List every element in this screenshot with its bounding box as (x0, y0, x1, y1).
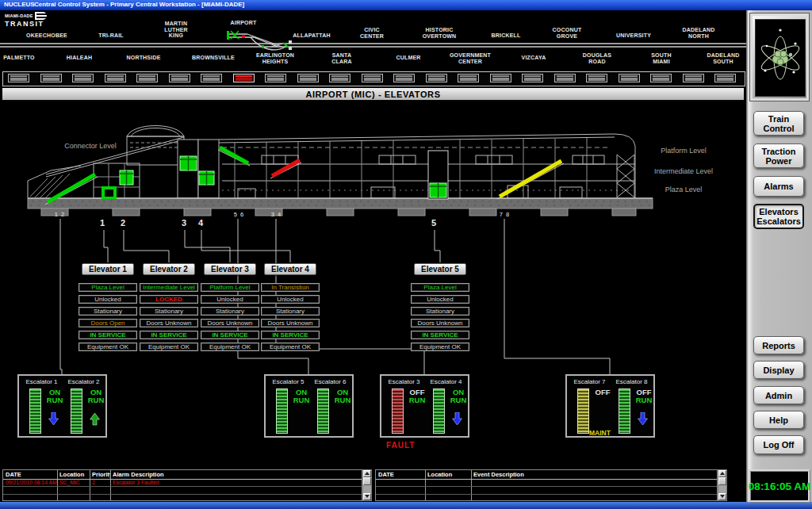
level-label-connector: Connector Level (64, 142, 117, 150)
elevator-status-elevator-4-in-transistion: In Transistion (261, 283, 320, 292)
escalator-direction-arrow-down (452, 412, 462, 426)
header-divider (376, 479, 717, 480)
station-select-button-3[interactable] (72, 74, 94, 82)
station-select-button-2[interactable] (40, 74, 62, 82)
elevator-status-elevator-5-unlocked: Unlocked (411, 295, 469, 304)
table-cell-date[interactable]: 09/21/2010 08:14 AM (3, 479, 57, 486)
elevator-status-elevator-2-intermediate-level: Intermediate Level (140, 283, 198, 292)
station-select-button-12[interactable] (362, 74, 383, 82)
station-label-tri-rail: TRI-RAIL (98, 33, 124, 39)
sidebar-button-log-off[interactable]: Log Off (753, 435, 804, 454)
window-title: Central Control System - Primary Central… (34, 1, 244, 8)
station-select-button-20[interactable] (619, 74, 640, 82)
station-select-button-10[interactable] (297, 74, 319, 82)
elevator-button-elevator-2[interactable]: Elevator 2 (143, 263, 195, 275)
station-label-brickell: BRICKELL (492, 33, 521, 39)
station-select-button-15[interactable] (458, 74, 479, 82)
sidebar-button-display[interactable]: Display (753, 361, 804, 379)
level-label-platform-level: Platform Level (661, 147, 707, 155)
sidebar-button-train-control[interactable]: Train Control (753, 111, 804, 136)
station-select-button-4[interactable] (105, 74, 126, 82)
scrollbar-down-button[interactable] (718, 493, 726, 500)
sidebar-button-admin[interactable]: Admin (753, 386, 804, 404)
window-titlebar: NUCLEUS Central Control System - Primary… (0, 0, 812, 10)
transit-logo-agency: MIAMI-DADE (5, 13, 33, 18)
escalator-status-escalator-2: ONRUN (85, 388, 107, 404)
column-header-location: Location (425, 470, 471, 479)
elevator-status-elevator-2-doors-unknown: Doors Unknown (140, 319, 198, 327)
escalator-status-line: RUN (44, 396, 66, 404)
station-select-button-18[interactable] (554, 74, 576, 82)
column-header-priority: Priority (90, 470, 110, 479)
station-select-button-7[interactable] (201, 74, 222, 82)
station-select-button-8[interactable] (233, 74, 255, 82)
up-arrow-icon (365, 472, 370, 475)
elevator-status-elevator-3-stationary: Stationary (201, 307, 259, 316)
station-label-northside: NORTHSIDE (126, 55, 160, 61)
bottom-status-strip (0, 502, 812, 509)
elevator-status-elevator-5-doors-unknown: Doors Unknown (411, 319, 469, 327)
station-label-okeechobee: OKEECHOBEE (26, 33, 67, 39)
escalator-status-line: RUN (331, 396, 354, 404)
row-divider (3, 486, 362, 487)
elevator-status-elevator-2-in-service: IN SERVICE (140, 331, 198, 339)
station-label-douglas-road: DOUGLAS ROAD (583, 52, 611, 64)
station-label-dadeland-south: DADELAND SOUTH (707, 52, 740, 64)
station-select-button-1[interactable] (8, 74, 29, 82)
station-label-santa-clara: SANTA CLARA (331, 52, 352, 64)
station-select-button-16[interactable] (490, 74, 511, 82)
escalator-status-escalator-6: ONRUN (331, 388, 354, 404)
elevator-button-elevator-4[interactable]: Elevator 4 (264, 263, 316, 275)
sidebar-button-elevators-escalators[interactable]: Elevators Escalators (753, 204, 804, 229)
station-select-button-9[interactable] (265, 74, 286, 82)
elevator-status-elevator-4-unlocked: Unlocked (261, 295, 320, 304)
escalator-status-escalator-3: OFFRUN (406, 388, 428, 404)
clock-display: 08:16:05 AM (749, 469, 810, 503)
station-select-button-14[interactable] (426, 74, 447, 82)
elevator-indicator-3 (199, 171, 214, 185)
scrollbar-thumb[interactable] (363, 477, 371, 485)
escalator-panel-3: Escalator 3OFFRUNEscalator 4ONRUN (380, 374, 469, 438)
table-cell-priority[interactable]: 2 (90, 479, 110, 486)
escalator-status-escalator-8: OFFRUN (633, 388, 655, 404)
elevator-indicator-doors-open (102, 186, 117, 199)
elevator-status-elevator-4-equipment-ok: Equipment OK (261, 343, 320, 351)
station-select-button-23[interactable] (714, 74, 736, 82)
station-label-civic-center: CIVIC CENTER (360, 27, 384, 39)
scrollbar-thumb[interactable] (718, 477, 726, 485)
event-table-scrollbar (718, 469, 727, 501)
elevator-status-elevator-5-equipment-ok: Equipment OK (411, 343, 469, 351)
station-select-button-13[interactable] (393, 74, 415, 82)
column-header-location: Location (57, 470, 90, 479)
sidebar-button-alarms[interactable]: Alarms (753, 176, 804, 197)
scada-workstation: NUCLEUS Central Control System - Primary… (0, 0, 812, 509)
station-select-button-21[interactable] (650, 74, 672, 82)
elevator-button-elevator-3[interactable]: Elevator 3 (204, 263, 256, 275)
station-label-coconut-grove: COCONUT GROVE (553, 27, 582, 39)
elevator-button-elevator-1[interactable]: Elevator 1 (82, 263, 134, 275)
station-label-government-center: GOVERNMENT CENTER (450, 52, 491, 64)
escalator-direction-arrow-down (638, 412, 648, 426)
elevator-status-elevator-4-stationary: Stationary (261, 307, 320, 316)
scrollbar-up-button[interactable] (363, 470, 371, 477)
table-cell-location[interactable]: SC_MIC (57, 479, 90, 486)
station-select-button-22[interactable] (683, 74, 704, 82)
scrollbar-up-button[interactable] (718, 470, 726, 477)
station-select-button-19[interactable] (586, 74, 607, 82)
escalator-bar-escalator-8 (619, 388, 630, 434)
sidebar-button-help[interactable]: Help (753, 411, 804, 429)
alarm-table-scrollbar (362, 469, 372, 501)
table-cell-alarm-description[interactable]: Escalator 3 Faulted (110, 479, 363, 486)
station-select-button-11[interactable] (329, 74, 350, 82)
station-select-button-6[interactable] (169, 74, 190, 82)
scrollbar-down-button[interactable] (363, 493, 371, 500)
column-header-event-description: Event Description (471, 470, 718, 479)
elevator-status-elevator-1-equipment-ok: Equipment OK (79, 343, 137, 351)
elevator-button-elevator-5[interactable]: Elevator 5 (414, 263, 466, 275)
alarm-table: DATELocationPriorityAlarm Description09/… (2, 469, 362, 501)
screen-title: AIRPORT (MIC) - ELEVATORS (305, 90, 440, 99)
station-select-button-5[interactable] (136, 74, 158, 82)
station-select-button-17[interactable] (522, 74, 543, 82)
sidebar-button-traction-power[interactable]: Traction Power (753, 144, 804, 168)
sidebar-button-reports[interactable]: Reports (753, 336, 804, 354)
